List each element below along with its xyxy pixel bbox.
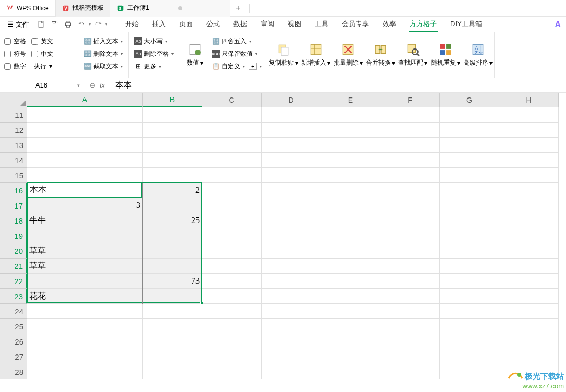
menu-tab-ffgz[interactable]: 方方格子 <box>409 17 438 32</box>
check-symbol[interactable]: 符号 <box>4 47 26 60</box>
menu-tab-efficiency[interactable]: 效率 <box>382 17 397 32</box>
cell[interactable] <box>499 243 559 259</box>
cell[interactable] <box>27 334 143 349</box>
check-number[interactable]: 数字 <box>4 60 26 72</box>
cell[interactable] <box>440 289 499 304</box>
cell[interactable] <box>380 123 440 138</box>
cell[interactable] <box>262 304 321 319</box>
cell[interactable] <box>440 107 499 123</box>
cell[interactable] <box>27 168 143 183</box>
cell[interactable] <box>440 228 499 243</box>
cell[interactable] <box>262 168 321 183</box>
cell[interactable] <box>27 304 143 319</box>
cell[interactable] <box>499 228 559 243</box>
cell[interactable] <box>321 183 380 198</box>
row-header[interactable]: 13 <box>0 138 27 153</box>
cell[interactable] <box>262 123 321 138</box>
cell[interactable] <box>499 107 559 123</box>
cell[interactable] <box>380 228 440 243</box>
cell[interactable] <box>202 349 262 364</box>
cell[interactable] <box>380 183 440 198</box>
row-header[interactable]: 16 <box>0 183 27 198</box>
cell[interactable] <box>499 168 559 183</box>
cell[interactable]: 花花 <box>27 289 143 304</box>
cell[interactable] <box>321 168 380 183</box>
cell[interactable] <box>321 228 380 243</box>
cell[interactable] <box>262 349 321 364</box>
cell[interactable] <box>202 168 262 183</box>
number-big-button[interactable]: 数值▾ <box>183 35 206 75</box>
cell[interactable]: 2 <box>143 183 202 198</box>
menu-tab-review[interactable]: 审阅 <box>260 17 275 32</box>
cell[interactable] <box>202 243 262 259</box>
column-header[interactable]: C <box>202 93 262 107</box>
cell[interactable] <box>321 243 380 259</box>
cell[interactable] <box>380 304 440 319</box>
cell[interactable] <box>499 213 559 228</box>
row-header[interactable]: 11 <box>0 107 27 123</box>
cell[interactable] <box>380 334 440 349</box>
cell[interactable] <box>440 213 499 228</box>
app-name-tab[interactable]: WPS Office <box>0 0 56 17</box>
cell[interactable] <box>380 213 440 228</box>
cell[interactable] <box>143 123 202 138</box>
delete-space-button[interactable]: Aa删除空格▾ <box>133 47 175 60</box>
cell[interactable] <box>202 274 262 289</box>
cell[interactable] <box>321 123 380 138</box>
formula-input[interactable]: 本本 <box>111 80 566 91</box>
row-header[interactable]: 28 <box>0 364 27 379</box>
fill-handle[interactable] <box>200 302 203 305</box>
cell[interactable] <box>262 364 321 379</box>
case-button[interactable]: Ab大小写▾ <box>133 35 175 47</box>
cell[interactable] <box>143 228 202 243</box>
cell[interactable]: 草草 <box>27 259 143 274</box>
save-button[interactable] <box>48 18 60 31</box>
cell[interactable] <box>440 274 499 289</box>
cell[interactable] <box>321 107 380 123</box>
batch-delete-button[interactable]: 批量删除▾ <box>332 34 364 76</box>
fx-icon[interactable]: fx <box>100 81 105 89</box>
keepnum-button[interactable]: ABC只保留数值▾ <box>211 47 263 60</box>
cell[interactable] <box>380 259 440 274</box>
cell[interactable] <box>27 107 143 123</box>
cell[interactable] <box>380 168 440 183</box>
cell[interactable] <box>202 107 262 123</box>
cell[interactable] <box>380 243 440 259</box>
doc-tab-workbook[interactable]: S 工作簿1 <box>110 0 230 17</box>
cell[interactable] <box>262 107 321 123</box>
cell[interactable]: 25 <box>143 213 202 228</box>
cell[interactable] <box>321 198 380 213</box>
cell[interactable] <box>143 107 202 123</box>
new-doc-button[interactable] <box>34 18 47 31</box>
cell[interactable] <box>143 364 202 379</box>
cell[interactable] <box>321 319 380 334</box>
menu-tab-tools[interactable]: 工具 <box>314 17 329 32</box>
menu-tab-diy[interactable]: DIY工具箱 <box>449 17 483 32</box>
row-header[interactable]: 17 <box>0 198 27 213</box>
random-repeat-button[interactable]: 随机重复▾ <box>429 34 462 76</box>
menu-tab-data[interactable]: 数据 <box>232 17 248 32</box>
column-header[interactable]: B <box>143 93 202 107</box>
cell[interactable] <box>143 168 202 183</box>
cell[interactable] <box>143 349 202 364</box>
cell[interactable] <box>202 289 262 304</box>
add-insert-button[interactable]: 新增插入▾ <box>300 34 332 76</box>
cell[interactable] <box>143 334 202 349</box>
copy-paste-button[interactable]: 复制粘贴▾ <box>267 34 300 76</box>
menu-tab-member[interactable]: 会员专享 <box>341 17 370 32</box>
cell[interactable] <box>202 228 262 243</box>
cell[interactable] <box>202 198 262 213</box>
check-english[interactable]: 英文 <box>31 35 53 47</box>
cell[interactable] <box>499 319 559 334</box>
cell[interactable] <box>499 289 559 304</box>
cell[interactable]: 牛牛 <box>27 213 143 228</box>
custom-button[interactable]: 📋自定义▾+▾ <box>211 60 263 72</box>
column-header[interactable]: D <box>262 93 321 107</box>
cell[interactable] <box>440 153 499 168</box>
cell[interactable] <box>27 153 143 168</box>
delete-text-button[interactable]: 🔡删除文本▾ <box>82 47 124 60</box>
cell[interactable] <box>262 334 321 349</box>
row-header[interactable]: 26 <box>0 334 27 349</box>
print-button[interactable] <box>61 18 74 31</box>
menu-tab-page[interactable]: 页面 <box>178 17 194 32</box>
